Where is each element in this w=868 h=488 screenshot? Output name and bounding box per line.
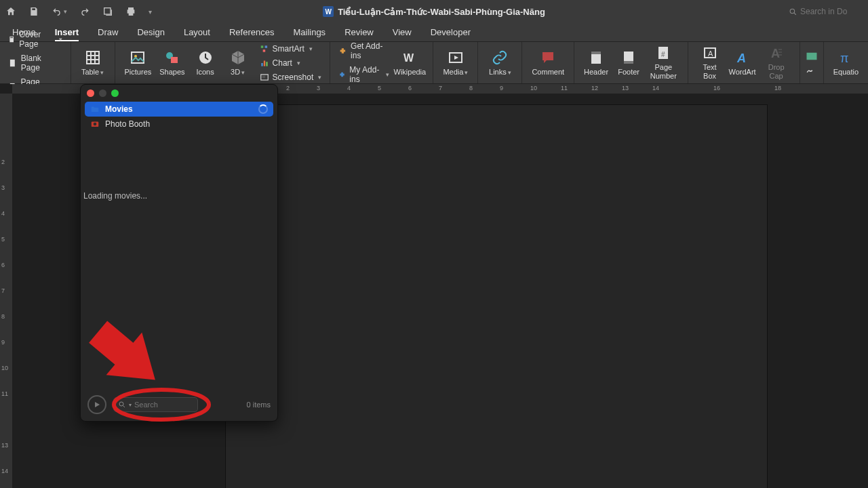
svg-rect-33 — [806, 52, 816, 60]
title-bar: ▾ ▾ W Tiểu-Luận-Cảm-Thức-Wabi-Sabi-Phùng… — [0, 0, 868, 23]
shapes-button[interactable]: Shapes — [155, 48, 189, 78]
search-field[interactable] — [789, 7, 861, 16]
tab-view[interactable]: View — [393, 27, 412, 41]
comment-button[interactable]: Comment — [528, 48, 568, 78]
chart-button[interactable]: Chart▾ — [257, 57, 325, 69]
zoom-icon[interactable] — [111, 89, 119, 97]
svg-rect-18 — [266, 62, 267, 66]
icons-button[interactable]: Icons — [189, 48, 222, 78]
svg-rect-0 — [104, 8, 111, 14]
source-row-movies[interactable]: Movies — [85, 102, 273, 117]
svg-text:#: # — [661, 51, 665, 58]
svg-rect-24 — [591, 52, 601, 54]
search-input[interactable] — [800, 7, 861, 16]
svg-point-1 — [790, 9, 795, 14]
magnifier-icon — [789, 7, 797, 16]
photobooth-icon — [90, 119, 100, 129]
svg-text:π: π — [840, 52, 848, 65]
minimize-icon[interactable] — [99, 89, 106, 97]
document-area: 12345678910111213141618 2345678910111314… — [0, 84, 868, 488]
word-app-icon: W — [323, 6, 334, 17]
tab-review[interactable]: Review — [344, 27, 374, 41]
svg-rect-8 — [132, 52, 144, 63]
svg-point-37 — [119, 402, 123, 406]
svg-rect-15 — [262, 49, 265, 52]
redo-icon[interactable] — [79, 6, 90, 17]
source-list: Movies Photo Booth — [81, 102, 277, 131]
tab-mailings[interactable]: Mailings — [293, 27, 326, 41]
close-icon[interactable] — [87, 89, 94, 97]
wordart-button[interactable]: AWordArt — [726, 48, 759, 78]
svg-text:A: A — [771, 47, 780, 60]
textbox-button[interactable]: AText Box — [694, 43, 726, 81]
screenshot-button[interactable]: Screenshot▾ — [257, 71, 325, 83]
table-button[interactable]: Table▾ — [77, 48, 109, 78]
quickparts-icon[interactable] — [806, 52, 818, 61]
vertical-ruler[interactable]: 23456789101113141516 — [0, 94, 12, 488]
svg-rect-11 — [171, 57, 178, 63]
play-button[interactable] — [87, 395, 106, 414]
magnifier-icon — [118, 401, 126, 409]
cover-page-button[interactable]: Cover Page▾ — [5, 28, 65, 50]
svg-rect-13 — [260, 45, 263, 48]
signature-icon[interactable] — [806, 65, 818, 75]
page-number-button[interactable]: #Page Number — [645, 43, 682, 81]
svg-rect-16 — [261, 63, 262, 66]
svg-text:A: A — [736, 52, 746, 65]
save-icon[interactable] — [28, 6, 39, 17]
svg-text:A: A — [708, 49, 713, 58]
source-label: Movies — [105, 104, 133, 114]
wikipedia-button[interactable]: WWikipedia — [392, 48, 427, 78]
header-button[interactable]: Header — [580, 48, 612, 78]
tab-developer[interactable]: Developer — [431, 27, 471, 41]
media-browser-popover: Movies Photo Booth Loading movies... ▾ 0… — [80, 84, 278, 422]
smartart-button[interactable]: SmartArt▾ — [257, 43, 325, 55]
svg-rect-4 — [10, 59, 15, 66]
pictures-button[interactable]: Pictures — [121, 48, 156, 78]
svg-rect-7 — [87, 52, 99, 64]
touch-mode-icon[interactable] — [102, 6, 113, 17]
source-label: Photo Booth — [105, 119, 150, 129]
links-button[interactable]: Links▾ — [484, 48, 516, 78]
item-count: 0 items — [247, 401, 271, 409]
home-icon[interactable] — [5, 6, 16, 17]
svg-rect-20 — [262, 75, 265, 78]
loading-text: Loading movies... — [83, 191, 275, 201]
page-canvas[interactable] — [225, 104, 768, 488]
svg-rect-26 — [624, 61, 633, 64]
blank-page-button[interactable]: Blank Page — [5, 52, 65, 74]
media-search-field[interactable]: ▾ — [113, 397, 198, 412]
media-search-input[interactable] — [134, 401, 189, 409]
qat-customize-icon[interactable]: ▾ — [149, 8, 152, 16]
loading-spinner-icon — [258, 104, 268, 114]
tab-design[interactable]: Design — [137, 27, 164, 41]
undo-icon[interactable]: ▾ — [52, 6, 67, 17]
3dmodels-button[interactable]: 3D▾ — [222, 48, 254, 78]
svg-rect-17 — [263, 60, 264, 66]
chevron-down-icon[interactable]: ▾ — [129, 402, 132, 408]
footer-button[interactable]: Footer — [612, 48, 645, 78]
get-addins-button[interactable]: Get Add-ins — [336, 40, 392, 62]
svg-text:W: W — [403, 52, 414, 64]
ribbon: Cover Page▾ Blank Page Page Break Table▾… — [0, 42, 868, 84]
media-button[interactable]: Media▾ — [439, 48, 472, 78]
tab-layout[interactable]: Layout — [184, 27, 210, 41]
print-icon[interactable] — [125, 6, 136, 17]
svg-rect-3 — [10, 37, 13, 37]
dropcap-button[interactable]: ADrop Cap — [759, 43, 794, 81]
media-footer: ▾ 0 items — [81, 388, 277, 421]
ribbon-tabs: Home Insert Draw Design Layout Reference… — [0, 23, 868, 42]
window-controls — [81, 85, 277, 102]
tab-references[interactable]: References — [229, 27, 274, 41]
tab-draw[interactable]: Draw — [98, 27, 118, 41]
folder-icon — [90, 104, 100, 114]
svg-rect-14 — [264, 45, 267, 48]
media-content-area: Loading movies... — [81, 131, 277, 388]
svg-point-36 — [94, 123, 97, 126]
equation-button[interactable]: πEquatio — [829, 48, 863, 78]
source-row-photobooth[interactable]: Photo Booth — [85, 117, 273, 131]
my-addins-button[interactable]: My Add-ins▾ — [336, 64, 392, 85]
